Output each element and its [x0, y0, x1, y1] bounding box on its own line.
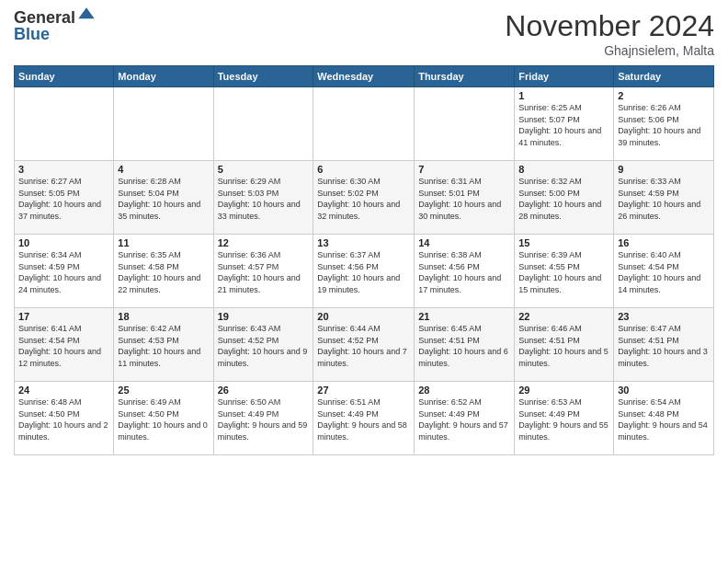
table-row: 30Sunrise: 6:54 AM Sunset: 4:48 PM Dayli… — [614, 382, 714, 455]
svg-marker-0 — [78, 7, 94, 18]
logo-icon — [77, 6, 96, 25]
calendar-week-row: 17Sunrise: 6:41 AM Sunset: 4:54 PM Dayli… — [15, 308, 714, 382]
day-number: 29 — [518, 385, 609, 396]
title-block: November 2024 Ghajnsielem, Malta — [505, 9, 714, 58]
table-row: 10Sunrise: 6:34 AM Sunset: 4:59 PM Dayli… — [15, 235, 114, 308]
col-wednesday: Wednesday — [313, 66, 415, 87]
table-row — [213, 87, 313, 161]
table-row: 19Sunrise: 6:43 AM Sunset: 4:52 PM Dayli… — [213, 308, 313, 382]
col-saturday: Saturday — [614, 66, 714, 87]
table-row: 12Sunrise: 6:36 AM Sunset: 4:57 PM Dayli… — [213, 235, 313, 308]
col-tuesday: Tuesday — [213, 66, 313, 87]
day-number: 28 — [418, 385, 510, 396]
table-row: 9Sunrise: 6:33 AM Sunset: 4:59 PM Daylig… — [614, 161, 714, 235]
day-info: Sunrise: 6:36 AM Sunset: 4:57 PM Dayligh… — [218, 249, 310, 295]
calendar-week-row: 10Sunrise: 6:34 AM Sunset: 4:59 PM Dayli… — [15, 235, 714, 308]
table-row — [313, 87, 415, 161]
day-number: 3 — [18, 164, 109, 175]
day-info: Sunrise: 6:48 AM Sunset: 4:50 PM Dayligh… — [18, 396, 109, 442]
table-row — [114, 87, 213, 161]
day-number: 1 — [518, 90, 609, 101]
table-row — [415, 87, 515, 161]
day-info: Sunrise: 6:34 AM Sunset: 4:59 PM Dayligh… — [18, 249, 109, 295]
table-row: 3Sunrise: 6:27 AM Sunset: 5:05 PM Daylig… — [15, 161, 114, 235]
calendar-week-row: 24Sunrise: 6:48 AM Sunset: 4:50 PM Dayli… — [15, 382, 714, 455]
day-info: Sunrise: 6:49 AM Sunset: 4:50 PM Dayligh… — [118, 396, 209, 442]
table-row: 13Sunrise: 6:37 AM Sunset: 4:56 PM Dayli… — [313, 235, 415, 308]
page-container: General Blue November 2024 Ghajnsielem, … — [0, 0, 728, 563]
day-info: Sunrise: 6:40 AM Sunset: 4:54 PM Dayligh… — [618, 249, 710, 295]
day-info: Sunrise: 6:30 AM Sunset: 5:02 PM Dayligh… — [317, 176, 410, 222]
day-number: 20 — [317, 311, 410, 322]
day-number: 10 — [18, 237, 109, 248]
day-number: 23 — [618, 311, 710, 322]
table-row: 2Sunrise: 6:26 AM Sunset: 5:06 PM Daylig… — [614, 87, 714, 161]
col-sunday: Sunday — [15, 66, 114, 87]
day-info: Sunrise: 6:44 AM Sunset: 4:52 PM Dayligh… — [317, 323, 410, 369]
day-number: 25 — [118, 385, 209, 396]
day-number: 21 — [418, 311, 510, 322]
day-number: 16 — [618, 237, 710, 248]
table-row: 25Sunrise: 6:49 AM Sunset: 4:50 PM Dayli… — [114, 382, 213, 455]
month-title: November 2024 — [505, 9, 714, 43]
day-number: 27 — [317, 385, 410, 396]
col-thursday: Thursday — [415, 66, 515, 87]
day-info: Sunrise: 6:39 AM Sunset: 4:55 PM Dayligh… — [518, 249, 609, 295]
table-row: 28Sunrise: 6:52 AM Sunset: 4:49 PM Dayli… — [415, 382, 515, 455]
day-info: Sunrise: 6:26 AM Sunset: 5:06 PM Dayligh… — [618, 102, 710, 148]
table-row: 23Sunrise: 6:47 AM Sunset: 4:51 PM Dayli… — [614, 308, 714, 382]
day-number: 8 — [518, 164, 609, 175]
day-number: 24 — [18, 385, 109, 396]
table-row: 15Sunrise: 6:39 AM Sunset: 4:55 PM Dayli… — [515, 235, 614, 308]
day-number: 30 — [618, 385, 710, 396]
calendar-header-row: Sunday Monday Tuesday Wednesday Thursday… — [15, 66, 714, 87]
table-row: 27Sunrise: 6:51 AM Sunset: 4:49 PM Dayli… — [313, 382, 415, 455]
logo-general-text: General — [14, 9, 75, 26]
day-info: Sunrise: 6:51 AM Sunset: 4:49 PM Dayligh… — [317, 396, 410, 442]
table-row: 26Sunrise: 6:50 AM Sunset: 4:49 PM Dayli… — [213, 382, 313, 455]
table-row: 7Sunrise: 6:31 AM Sunset: 5:01 PM Daylig… — [415, 161, 515, 235]
table-row — [15, 87, 114, 161]
day-number: 12 — [218, 237, 310, 248]
logo: General Blue — [14, 9, 96, 42]
table-row: 5Sunrise: 6:29 AM Sunset: 5:03 PM Daylig… — [213, 161, 313, 235]
table-row: 16Sunrise: 6:40 AM Sunset: 4:54 PM Dayli… — [614, 235, 714, 308]
table-row: 20Sunrise: 6:44 AM Sunset: 4:52 PM Dayli… — [313, 308, 415, 382]
logo-blue-text: Blue — [14, 26, 96, 42]
day-info: Sunrise: 6:29 AM Sunset: 5:03 PM Dayligh… — [218, 176, 310, 222]
table-row: 22Sunrise: 6:46 AM Sunset: 4:51 PM Dayli… — [515, 308, 614, 382]
day-info: Sunrise: 6:31 AM Sunset: 5:01 PM Dayligh… — [418, 176, 510, 222]
calendar-week-row: 3Sunrise: 6:27 AM Sunset: 5:05 PM Daylig… — [15, 161, 714, 235]
day-number: 5 — [218, 164, 310, 175]
day-number: 17 — [18, 311, 109, 322]
page-header: General Blue November 2024 Ghajnsielem, … — [14, 9, 714, 58]
day-info: Sunrise: 6:41 AM Sunset: 4:54 PM Dayligh… — [18, 323, 109, 369]
day-info: Sunrise: 6:50 AM Sunset: 4:49 PM Dayligh… — [218, 396, 310, 442]
day-info: Sunrise: 6:37 AM Sunset: 4:56 PM Dayligh… — [317, 249, 410, 295]
day-number: 18 — [118, 311, 209, 322]
day-info: Sunrise: 6:47 AM Sunset: 4:51 PM Dayligh… — [618, 323, 710, 369]
col-monday: Monday — [114, 66, 213, 87]
day-number: 6 — [317, 164, 410, 175]
day-info: Sunrise: 6:45 AM Sunset: 4:51 PM Dayligh… — [418, 323, 510, 369]
day-info: Sunrise: 6:54 AM Sunset: 4:48 PM Dayligh… — [618, 396, 710, 442]
table-row: 14Sunrise: 6:38 AM Sunset: 4:56 PM Dayli… — [415, 235, 515, 308]
table-row: 24Sunrise: 6:48 AM Sunset: 4:50 PM Dayli… — [15, 382, 114, 455]
day-info: Sunrise: 6:28 AM Sunset: 5:04 PM Dayligh… — [118, 176, 209, 222]
table-row: 6Sunrise: 6:30 AM Sunset: 5:02 PM Daylig… — [313, 161, 415, 235]
day-info: Sunrise: 6:38 AM Sunset: 4:56 PM Dayligh… — [418, 249, 510, 295]
day-number: 11 — [118, 237, 209, 248]
day-info: Sunrise: 6:46 AM Sunset: 4:51 PM Dayligh… — [518, 323, 609, 369]
day-info: Sunrise: 6:43 AM Sunset: 4:52 PM Dayligh… — [218, 323, 310, 369]
day-info: Sunrise: 6:25 AM Sunset: 5:07 PM Dayligh… — [518, 102, 609, 148]
day-number: 4 — [118, 164, 209, 175]
table-row: 8Sunrise: 6:32 AM Sunset: 5:00 PM Daylig… — [515, 161, 614, 235]
day-info: Sunrise: 6:35 AM Sunset: 4:58 PM Dayligh… — [118, 249, 209, 295]
day-number: 13 — [317, 237, 410, 248]
day-info: Sunrise: 6:42 AM Sunset: 4:53 PM Dayligh… — [118, 323, 209, 369]
table-row: 29Sunrise: 6:53 AM Sunset: 4:49 PM Dayli… — [515, 382, 614, 455]
day-number: 19 — [218, 311, 310, 322]
table-row: 21Sunrise: 6:45 AM Sunset: 4:51 PM Dayli… — [415, 308, 515, 382]
table-row: 11Sunrise: 6:35 AM Sunset: 4:58 PM Dayli… — [114, 235, 213, 308]
day-number: 26 — [218, 385, 310, 396]
